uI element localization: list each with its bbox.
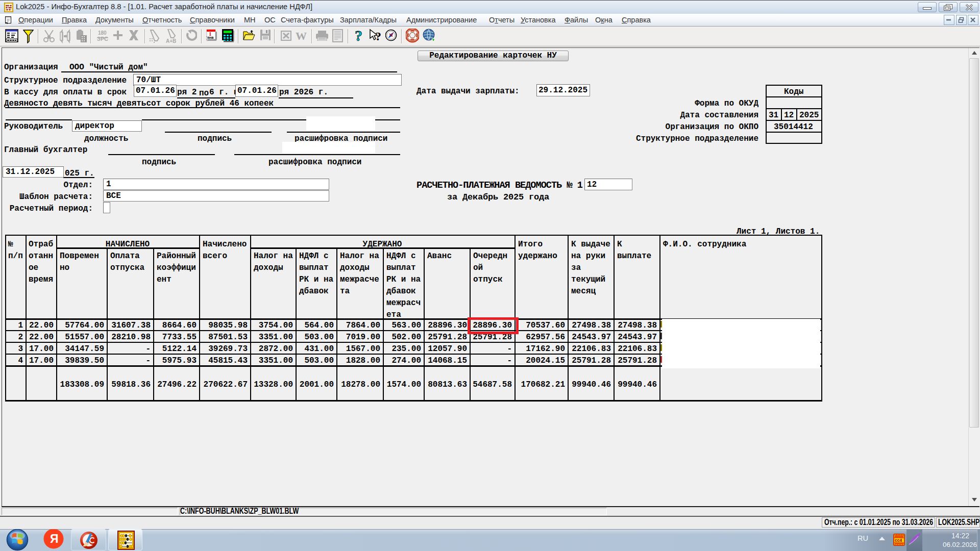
svg-text:Я: Я bbox=[50, 532, 59, 545]
svg-text:cc4: cc4 bbox=[895, 538, 902, 543]
